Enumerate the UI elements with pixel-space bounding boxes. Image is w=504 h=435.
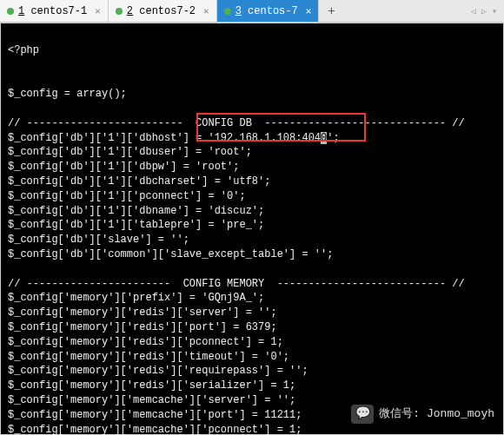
code-line: $_config = array(); xyxy=(8,88,127,100)
tab-centos7-1[interactable]: 1 centos7-1 ✕ xyxy=(0,0,109,22)
status-dot-icon xyxy=(7,8,14,15)
code-line: $_config['memory']['redis']['timeout'] =… xyxy=(8,351,289,363)
close-icon[interactable]: ✕ xyxy=(306,5,312,16)
status-dot-icon xyxy=(116,8,123,15)
terminal[interactable]: <?php $_config = array(); // -----------… xyxy=(0,23,504,435)
watermark: 💬 微信号: Jonmo_moyh xyxy=(351,405,494,424)
tab-label: 1 centos7-1 xyxy=(18,5,87,17)
code-line: $_config['memory']['memcache']['pconnect… xyxy=(8,424,302,435)
status-dot-icon xyxy=(224,8,231,15)
wechat-icon: 💬 xyxy=(351,405,374,424)
scroll-right-icon[interactable]: ▷ xyxy=(479,6,489,16)
tab-centos7-2[interactable]: 2 centos7-2 ✕ xyxy=(109,0,217,22)
code-line: $_config['db']['1']['pconnect'] = '0'; xyxy=(8,190,246,202)
scroll-left-icon[interactable]: ◁ xyxy=(468,6,479,16)
code-line: $_config['db']['1']['dbname'] = 'discuz'… xyxy=(8,205,264,217)
code-line: $_config['db']['1']['dbhost'] = '192.168… xyxy=(8,132,340,144)
close-icon[interactable]: ✕ xyxy=(95,5,101,16)
tab-menu-icon[interactable]: ▾ xyxy=(489,6,500,16)
new-tab-button[interactable]: + xyxy=(319,2,343,21)
code-line: $_config['memory']['redis']['serializer'… xyxy=(8,379,295,392)
code-line: // ----------------------- CONFIG MEMORY… xyxy=(8,278,465,290)
code-line: $_config['db']['1']['dbuser'] = 'root'; xyxy=(8,146,252,158)
tab-bar: 1 centos7-1 ✕ 2 centos7-2 ✕ 3 centos-7 ✕… xyxy=(0,0,504,23)
code-line: $_config['memory']['redis']['requirepass… xyxy=(8,365,308,377)
code-line: // ------------------------- CONFIG DB -… xyxy=(8,117,465,129)
code-line: $_config['memory']['prefix'] = 'GQnj9A_'… xyxy=(8,292,264,304)
code-line: $_config['memory']['memcache']['server']… xyxy=(8,394,295,406)
code-line: $_config['db']['1']['tablepre'] = 'pre_'… xyxy=(8,219,264,231)
code-line: $_config['db']['1']['dbcharset'] = 'utf8… xyxy=(8,175,270,188)
code-line: $_config['memory']['redis']['port'] = 63… xyxy=(8,321,277,333)
code-line: $_config['db']['1']['dbpw'] = 'root'; xyxy=(8,161,239,173)
code-line: $_config['memory']['redis']['pconnect'] … xyxy=(8,336,283,348)
tab-label: 3 centos-7 xyxy=(235,5,298,17)
close-icon[interactable]: ✕ xyxy=(203,5,209,16)
tab-label: 2 centos7-2 xyxy=(127,5,196,17)
code-line: $_config['memory']['redis']['server'] = … xyxy=(8,306,277,319)
code-line: $_config['db']['common']['slave_except_t… xyxy=(8,248,333,260)
code-line: <?php xyxy=(8,44,39,56)
code-line: $_config['memory']['memcache']['port'] =… xyxy=(8,409,302,421)
tab-scroll-controls: ◁ ▷ ▾ xyxy=(468,6,504,16)
tab-centos-7[interactable]: 3 centos-7 ✕ xyxy=(217,0,320,22)
code-line: $_config['db']['slave'] = ''; xyxy=(8,234,189,246)
